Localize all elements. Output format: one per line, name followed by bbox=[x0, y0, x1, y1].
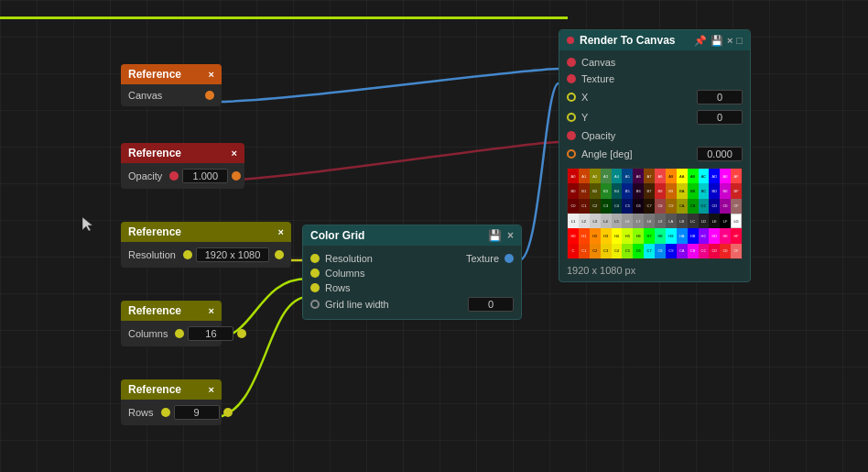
cp-cell: CB bbox=[688, 244, 699, 258]
cp-cell: B8 bbox=[655, 183, 666, 198]
render-pin-icon[interactable]: 📌 bbox=[694, 35, 707, 47]
columns-port-label: Columns bbox=[128, 328, 168, 339]
opacity-input-port[interactable] bbox=[169, 171, 179, 181]
cp-cell: H5 bbox=[622, 228, 633, 243]
cp-cell: A1 bbox=[579, 169, 590, 183]
cp-cell: CE bbox=[720, 199, 731, 214]
rows-input-port[interactable] bbox=[161, 408, 170, 417]
rows-output-port[interactable] bbox=[223, 408, 233, 417]
render-y-value[interactable]: 0 bbox=[697, 110, 743, 125]
resolution-value[interactable]: 1920 x 1080 bbox=[196, 247, 269, 262]
reference-resolution-close[interactable]: × bbox=[278, 226, 284, 237]
render-angle-value[interactable]: 0.000 bbox=[697, 147, 743, 161]
cp-cell: HA bbox=[677, 228, 688, 243]
render-y-port[interactable] bbox=[567, 113, 576, 122]
reference-node-resolution: Reference × Resolution 1920 x 1080 bbox=[121, 222, 291, 268]
color-grid-close-icon[interactable]: × bbox=[507, 229, 514, 242]
render-header-icons: 📌 💾 × □ bbox=[694, 35, 743, 47]
color-grid-save-icon[interactable]: 💾 bbox=[488, 229, 502, 242]
cp-cell: B1 bbox=[579, 183, 590, 198]
resolution-input-port[interactable] bbox=[183, 250, 192, 259]
cp-cell: C7 bbox=[644, 199, 655, 214]
reference-canvas-close[interactable]: × bbox=[209, 69, 214, 80]
cp-cell: L5 bbox=[612, 214, 623, 228]
render-canvas-row: Canvas bbox=[567, 54, 743, 71]
render-x-value[interactable]: 0 bbox=[697, 90, 743, 104]
cp-cell: CD bbox=[709, 244, 720, 258]
render-header-port bbox=[567, 37, 574, 44]
reference-resolution-header: Reference × bbox=[121, 222, 291, 242]
columns-value[interactable]: 16 bbox=[188, 326, 233, 341]
cp-cell: A4 bbox=[612, 169, 623, 183]
render-panel-header: Render To Canvas 📌 💾 × □ bbox=[559, 30, 750, 50]
cg-gridwidth-value[interactable]: 0 bbox=[468, 297, 514, 312]
cp-cell: L3 bbox=[590, 214, 601, 228]
render-texture-port[interactable] bbox=[567, 74, 576, 83]
cp-cell: CA bbox=[677, 244, 688, 258]
reference-columns-close[interactable]: × bbox=[209, 305, 214, 316]
reference-rows-title: Reference bbox=[128, 383, 181, 396]
reference-rows-header: Reference × bbox=[121, 379, 222, 400]
cp-cell: A3 bbox=[601, 169, 612, 183]
cp-cell: H3 bbox=[601, 228, 612, 243]
cp-cell: BA bbox=[677, 183, 688, 198]
cp-cell: LA bbox=[666, 214, 677, 228]
reference-rows-close[interactable]: × bbox=[209, 384, 214, 395]
cg-gridwidth-input[interactable] bbox=[310, 300, 320, 309]
cp-cell: H4 bbox=[612, 228, 623, 243]
cp-cell: B9 bbox=[666, 183, 677, 198]
render-opacity-port[interactable] bbox=[567, 131, 576, 140]
cp-cell: AD bbox=[709, 169, 720, 183]
canvas-output-port[interactable] bbox=[205, 91, 214, 100]
rows-value[interactable]: 9 bbox=[174, 405, 220, 420]
render-x-port[interactable] bbox=[567, 93, 576, 102]
cp-cell: B2 bbox=[590, 183, 601, 198]
cp-cell: A8 bbox=[655, 169, 666, 183]
cp-cell: C8 bbox=[655, 199, 666, 214]
cg-columns-input[interactable] bbox=[310, 269, 320, 278]
cp-cell: LC bbox=[688, 214, 699, 228]
cg-rows-input[interactable] bbox=[310, 283, 320, 292]
cp-cell: C1 bbox=[579, 244, 590, 258]
cp-cell: C6 bbox=[633, 244, 644, 258]
render-save-icon[interactable]: 💾 bbox=[711, 35, 723, 47]
render-angle-port[interactable] bbox=[567, 149, 576, 159]
reference-opacity-close[interactable]: × bbox=[232, 148, 237, 159]
cg-resolution-input[interactable] bbox=[310, 254, 320, 263]
cp-cell: BC bbox=[699, 183, 710, 198]
cp-cell: C9 bbox=[666, 199, 677, 214]
cp-cell: CE bbox=[720, 244, 731, 258]
cp-cell: LD bbox=[699, 214, 710, 228]
cp-cell: CD bbox=[709, 199, 720, 214]
reference-opacity-header: Reference × bbox=[121, 143, 244, 163]
resolution-output-port[interactable] bbox=[275, 250, 284, 259]
reference-columns-title: Reference bbox=[128, 304, 181, 317]
cp-cell: L6 bbox=[622, 214, 633, 228]
opacity-port-label: Opacity bbox=[128, 170, 162, 181]
cp-cell: B5 bbox=[622, 183, 633, 198]
render-expand-icon[interactable]: □ bbox=[736, 35, 743, 47]
cp-cell: BD bbox=[709, 183, 720, 198]
cp-cell: C bbox=[568, 244, 579, 258]
cg-resolution-label: Resolution bbox=[325, 253, 373, 264]
cp-cell: B7 bbox=[644, 183, 655, 198]
render-close-icon[interactable]: × bbox=[727, 35, 732, 47]
render-texture-label: Texture bbox=[581, 73, 743, 84]
opacity-output-port[interactable] bbox=[232, 171, 241, 181]
resolution-port-label: Resolution bbox=[128, 249, 176, 260]
cp-cell: C5 bbox=[622, 199, 633, 214]
cg-texture-output[interactable] bbox=[505, 254, 514, 263]
render-angle-label: Angle [deg] bbox=[581, 148, 691, 159]
cp-cell: L7 bbox=[633, 214, 644, 228]
render-canvas-port[interactable] bbox=[567, 58, 576, 67]
cp-cell: B4 bbox=[612, 183, 623, 198]
cp-cell: BF bbox=[731, 183, 742, 198]
cp-cell: C2 bbox=[590, 244, 601, 258]
cp-cell: L9 bbox=[655, 214, 666, 228]
cg-columns-label: Columns bbox=[325, 268, 364, 279]
reference-node-opacity: Reference × Opacity 1.000 bbox=[121, 143, 244, 189]
columns-input-port[interactable] bbox=[175, 329, 184, 338]
cp-cell: C3 bbox=[601, 199, 612, 214]
cp-cell: HC bbox=[699, 228, 710, 243]
opacity-value[interactable]: 1.000 bbox=[182, 169, 228, 183]
